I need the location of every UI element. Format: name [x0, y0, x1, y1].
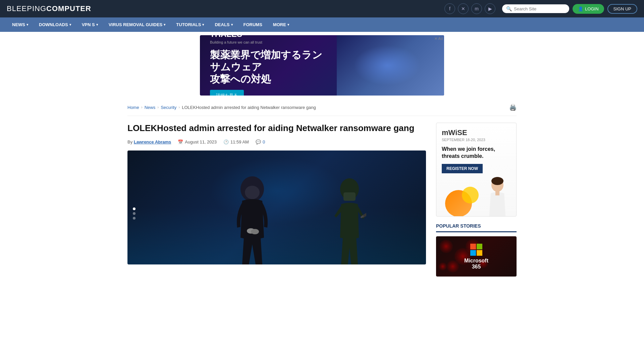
- social-icons: f ✕ m ▶: [444, 3, 495, 14]
- microsoft-thumbnail: Microsoft365: [436, 236, 517, 277]
- news-caret: ▾: [26, 23, 28, 26]
- deals-caret: ▾: [231, 23, 233, 26]
- logo-text-normal: BLEEPING: [7, 4, 46, 13]
- downloads-caret: ▾: [69, 23, 71, 26]
- nav-news[interactable]: NEWS ▾: [7, 17, 34, 32]
- breadcrumb-current: LOLEKHosted admin arrested for aiding Ne…: [182, 105, 316, 110]
- nav-downloads[interactable]: DOWNLOADS ▾: [34, 17, 76, 32]
- slide-dot-1[interactable]: [133, 207, 136, 210]
- ad-image: [337, 35, 444, 96]
- svg-point-3: [251, 229, 259, 234]
- breadcrumb-home[interactable]: Home: [127, 105, 139, 110]
- nav-vpn[interactable]: VPN S ▾: [76, 17, 103, 32]
- breadcrumb-left: Home › News › Security › LOLEKHosted adm…: [127, 105, 316, 110]
- site-logo[interactable]: BLEEPINGCOMPUTER: [7, 4, 91, 13]
- svg-rect-5: [343, 192, 356, 201]
- signup-label: SIGN UP: [613, 6, 631, 11]
- nav-virus[interactable]: VIRUS REMOVAL GUIDES ▾: [103, 17, 171, 32]
- mastodon-icon[interactable]: m: [471, 3, 482, 14]
- article-date-item: 📅 August 11, 2023: [178, 139, 217, 144]
- mwise-circle-yellow: [462, 187, 479, 203]
- comment-icon: 💬: [256, 139, 261, 144]
- article-date: August 11, 2023: [185, 139, 217, 144]
- mwise-date: SEPTEMBER 18-20, 2023: [442, 138, 511, 142]
- breadcrumb-security[interactable]: Security: [161, 105, 176, 110]
- print-icon[interactable]: 🖨️: [509, 104, 517, 111]
- slide-dots: [133, 207, 136, 220]
- ad-text-area: THALES Building a future we can all trus…: [200, 35, 337, 96]
- guard-figure: [333, 177, 366, 264]
- nav-tutorials[interactable]: TUTORIALS ▾: [171, 17, 209, 32]
- main-nav: NEWS ▾ DOWNLOADS ▾ VPN S ▾ VIRUS REMOVAL…: [0, 17, 644, 32]
- calendar-icon: 📅: [178, 139, 183, 144]
- mwise-cta-button[interactable]: REGISTER NOW: [442, 164, 483, 173]
- mwise-logo: mWiSE: [442, 128, 511, 137]
- ad-banner: THALES Building a future we can all trus…: [0, 32, 644, 99]
- facebook-icon[interactable]: f: [444, 3, 455, 14]
- article-time-item: 🕐 11:59 AM: [223, 139, 249, 144]
- mwise-tagline: When we join forces, threats crumble.: [442, 146, 511, 160]
- ad-glow-effect: [354, 45, 421, 85]
- login-label: LOGIN: [585, 6, 598, 11]
- logo-text-bold: COMPUTER: [46, 4, 91, 13]
- bg-screens: [127, 207, 426, 264]
- ad-tagline: Building a future we can all trust: [210, 40, 327, 44]
- svg-rect-10: [495, 191, 499, 195]
- ad-container: THALES Building a future we can all trus…: [200, 35, 444, 96]
- ad-close[interactable]: ✕ Ad: [434, 37, 443, 41]
- sidebar-ad-mwise: mWiSE SEPTEMBER 18-20, 2023 When we join…: [436, 123, 517, 217]
- slide-dot-3[interactable]: [133, 217, 136, 220]
- mwise-person-area: [442, 177, 511, 217]
- clock-icon: 🕐: [223, 139, 229, 144]
- breadcrumb-news[interactable]: News: [145, 105, 156, 110]
- search-icon: 🔍: [506, 6, 512, 11]
- svg-point-11: [439, 240, 453, 253]
- search-bar: 🔍: [502, 4, 569, 13]
- svg-point-16: [439, 262, 447, 270]
- main-wrapper: Home › News › Security › LOLEKHosted adm…: [121, 99, 523, 283]
- site-header: BLEEPINGCOMPUTER f ✕ m ▶ 🔍 👤 LOGIN SIGN …: [0, 0, 644, 17]
- login-button[interactable]: 👤 LOGIN: [573, 4, 604, 14]
- ms-squares-icon: [470, 243, 483, 256]
- popular-stories: POPULAR STORIES: [436, 223, 517, 277]
- breadcrumb-sep1: ›: [141, 105, 143, 110]
- svg-point-9: [491, 177, 503, 185]
- tutorials-caret: ▾: [202, 23, 204, 26]
- sidebar-ad-inner: mWiSE SEPTEMBER 18-20, 2023 When we join…: [436, 123, 516, 216]
- article-image: [127, 150, 426, 264]
- sidebar: mWiSE SEPTEMBER 18-20, 2023 When we join…: [436, 123, 517, 277]
- nav-forums[interactable]: FORUMS: [238, 17, 268, 32]
- article-comments-item: 💬 0: [256, 139, 265, 144]
- more-caret: ▾: [287, 23, 289, 26]
- svg-rect-20: [477, 250, 482, 256]
- mwise-person: [484, 177, 511, 217]
- signup-button[interactable]: SIGN UP: [607, 4, 637, 14]
- search-input[interactable]: [514, 6, 565, 11]
- ad-brand: THALES: [210, 35, 327, 39]
- youtube-icon[interactable]: ▶: [485, 3, 495, 14]
- nav-more[interactable]: MORE ▾: [268, 17, 294, 32]
- article-author[interactable]: Lawrence Abrams: [134, 139, 171, 144]
- vpn-caret: ▾: [96, 23, 98, 26]
- figure-scene: [127, 150, 426, 264]
- header-right: f ✕ m ▶ 🔍 👤 LOGIN SIGN UP: [444, 3, 637, 14]
- nav-deals[interactable]: DEALS ▾: [209, 17, 238, 32]
- svg-point-13: [447, 260, 459, 273]
- ad-headline: 製薬業界で増加するランサムウェア攻撃への対処: [210, 49, 327, 85]
- article-meta: By Lawrence Abrams 📅 August 11, 2023 🕐 1…: [127, 139, 426, 144]
- ms365-label: Microsoft365: [464, 258, 488, 270]
- article: LOLEKHosted admin arrested for aiding Ne…: [127, 123, 426, 277]
- user-icon: 👤: [578, 6, 583, 11]
- content-grid: LOLEKHosted admin arrested for aiding Ne…: [127, 116, 517, 283]
- article-comments[interactable]: 0: [263, 139, 265, 144]
- virus-caret: ▾: [164, 23, 165, 26]
- svg-point-1: [245, 186, 260, 199]
- ms365-branding: Microsoft365: [464, 243, 488, 270]
- popular-story-1[interactable]: Microsoft365: [436, 236, 517, 277]
- breadcrumb-sep2: ›: [157, 105, 159, 110]
- svg-rect-17: [470, 244, 476, 249]
- twitter-icon[interactable]: ✕: [458, 3, 469, 14]
- svg-rect-19: [470, 250, 476, 256]
- slide-dot-2[interactable]: [133, 212, 136, 215]
- ad-cta-button[interactable]: 詳細を見る: [210, 90, 244, 96]
